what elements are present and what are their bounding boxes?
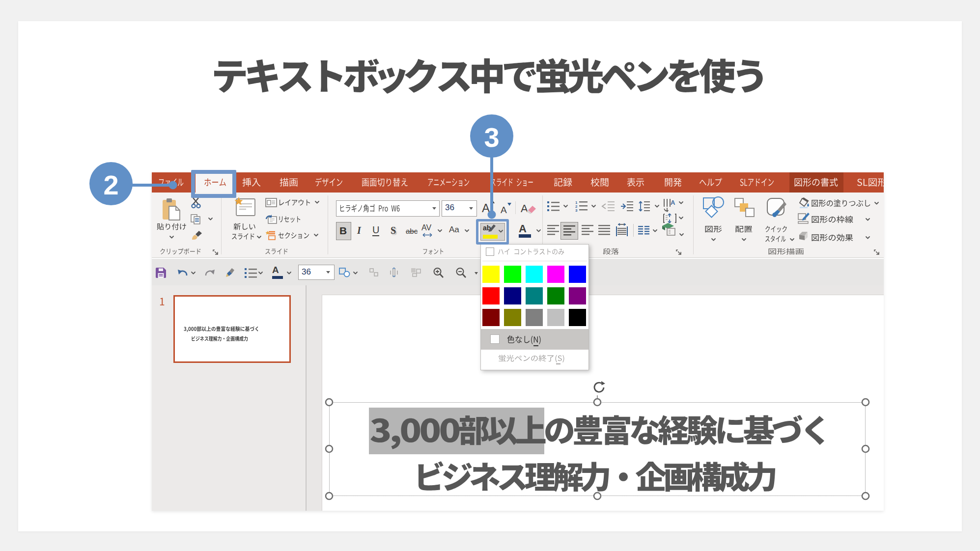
svg-text:A: A (671, 199, 675, 206)
svg-text:3: 3 (575, 208, 578, 213)
